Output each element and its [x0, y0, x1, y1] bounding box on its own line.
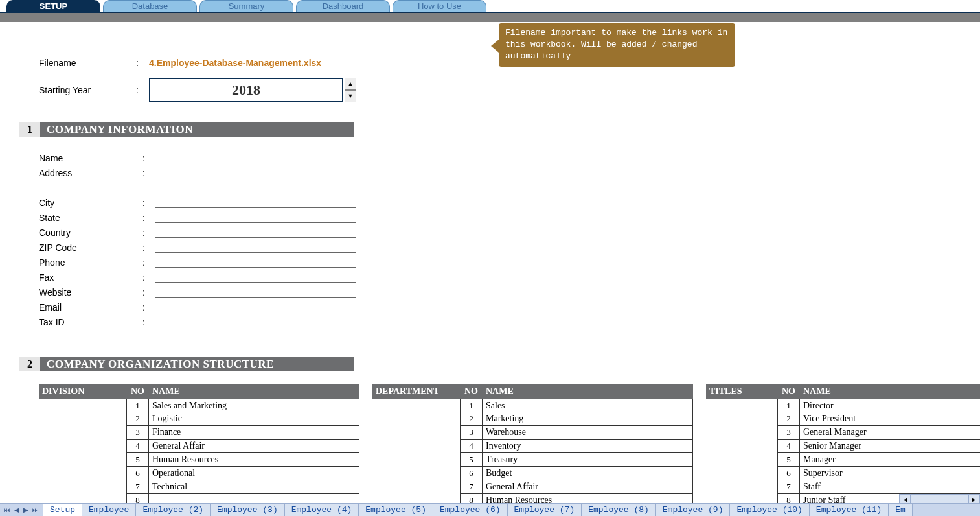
titles-header: TITLES: [706, 386, 777, 397]
table-row: 5Manager: [706, 453, 980, 467]
table-row: 4General Affair: [39, 440, 359, 453]
state-input[interactable]: [155, 211, 356, 223]
website-input[interactable]: [155, 286, 356, 298]
sheet-nav-buttons: ⏮ ◀ ▶ ⏭: [0, 504, 43, 516]
prev-sheet-icon[interactable]: ◀: [13, 506, 21, 513]
field-label: Address: [39, 168, 142, 178]
sheet-tab-employee-11[interactable]: Employee (11): [810, 504, 889, 516]
row-name[interactable]: Warehouse: [483, 426, 693, 440]
row-name[interactable]: Technical: [149, 480, 359, 494]
tab-database[interactable]: Database: [103, 0, 197, 12]
row-name[interactable]: Logistic: [149, 412, 359, 426]
sheet-tab-setup[interactable]: Setup: [43, 504, 82, 516]
section-1-number: 1: [19, 122, 40, 137]
last-sheet-icon[interactable]: ⏭: [31, 506, 40, 513]
email-input[interactable]: [155, 301, 356, 312]
field-label: Website: [39, 287, 142, 298]
sheet-tab-employee-3[interactable]: Employee (3): [211, 504, 285, 516]
row-no: 6: [460, 467, 483, 480]
phone-input[interactable]: [155, 256, 356, 268]
row-no: 3: [460, 426, 483, 440]
first-sheet-icon[interactable]: ⏮: [3, 506, 12, 513]
table-row: 2Logistic: [39, 412, 359, 426]
sheet-tab-employee-6[interactable]: Employee (6): [433, 504, 508, 516]
sheet-tab-employee-8[interactable]: Employee (8): [582, 504, 656, 516]
section-1-title: COMPANY INFORMATION: [40, 122, 354, 137]
row-name[interactable]: Supervisor: [800, 467, 980, 480]
row-no: 7: [460, 480, 483, 494]
row-name[interactable]: Sales and Marketing: [149, 399, 359, 412]
tab-summary[interactable]: Summary: [199, 0, 293, 12]
table-row: 4Senior Manager: [706, 440, 980, 453]
row-name[interactable]: Finance: [149, 426, 359, 440]
row-name[interactable]: Sales: [483, 399, 693, 412]
filename-label: Filename: [39, 58, 136, 68]
table-row: 2Vice President: [706, 412, 980, 426]
name-header: NAME: [800, 386, 980, 397]
next-sheet-icon[interactable]: ▶: [22, 506, 30, 513]
sheet-tab-truncated[interactable]: Em: [889, 504, 913, 516]
section-2-number: 2: [19, 357, 40, 371]
row-name[interactable]: Budget: [483, 467, 693, 480]
sheet-tab-employee-9[interactable]: Employee (9): [656, 504, 731, 516]
address2-input[interactable]: [155, 182, 356, 193]
spinner-up-button[interactable]: ▲: [345, 78, 356, 90]
row-no: 4: [777, 440, 800, 453]
table-row: 7Technical: [39, 480, 359, 494]
top-nav-tabs: SETUP Database Summary Dashboard How to …: [0, 0, 980, 13]
row-name[interactable]: Director: [800, 399, 980, 412]
row-name[interactable]: General Manager: [800, 426, 980, 440]
row-name[interactable]: Manager: [800, 453, 980, 467]
sheet-tab-employee-7[interactable]: Employee (7): [508, 504, 582, 516]
tab-setup[interactable]: SETUP: [6, 0, 100, 12]
row-name[interactable]: Marketing: [483, 412, 693, 426]
city-input[interactable]: [155, 196, 356, 208]
name-input[interactable]: [155, 152, 356, 163]
row-no: 1: [460, 399, 483, 412]
fax-input[interactable]: [155, 271, 356, 283]
row-name[interactable]: General Affair: [483, 480, 693, 494]
row-no: 5: [460, 453, 483, 467]
sheet-tab-employee-5[interactable]: Employee (5): [359, 504, 433, 516]
table-row: 2Marketing: [372, 412, 693, 426]
tab-howtouse[interactable]: How to Use: [393, 0, 486, 12]
sheet-tab-employee-10[interactable]: Employee (10): [730, 504, 809, 516]
sheet-tab-employee-2[interactable]: Employee (2): [136, 504, 211, 516]
row-no: 2: [777, 412, 800, 426]
table-row: 3Finance: [39, 426, 359, 440]
row-name[interactable]: General Affair: [149, 440, 359, 453]
row-name[interactable]: Treasury: [483, 453, 693, 467]
sheet-tab-employee-4[interactable]: Employee (4): [285, 504, 359, 516]
starting-year-input[interactable]: 2018: [149, 78, 343, 102]
department-table: DEPARTMENT NO NAME 1Sales 2Marketing 3Wa…: [372, 384, 693, 516]
row-name[interactable]: Operational: [149, 467, 359, 480]
row-name[interactable]: Inventory: [483, 440, 693, 453]
row-no: 3: [126, 426, 149, 440]
company-info-fields: Name: Address: City: State: Country: ZIP…: [19, 150, 961, 327]
address-input[interactable]: [155, 167, 356, 178]
name-header: NAME: [149, 386, 359, 397]
sheet-tab-employee[interactable]: Employee: [82, 504, 136, 516]
field-label: Fax: [39, 272, 142, 283]
row-name[interactable]: Staff: [800, 480, 980, 494]
table-row: 4Inventory: [372, 440, 693, 453]
row-name[interactable]: Vice President: [800, 412, 980, 426]
zip-input[interactable]: [155, 241, 356, 253]
row-no: 5: [126, 453, 149, 467]
country-input[interactable]: [155, 226, 356, 238]
row-no: 6: [777, 467, 800, 480]
tab-dashboard[interactable]: Dashboard: [296, 0, 390, 12]
taxid-input[interactable]: [155, 316, 356, 327]
table-row: 5Human Resources: [39, 453, 359, 467]
field-label: Tax ID: [39, 317, 142, 327]
spinner-down-button[interactable]: ▼: [345, 90, 356, 102]
field-label: Email: [39, 302, 142, 312]
table-row: 3Warehouse: [372, 426, 693, 440]
field-label: ZIP Code: [39, 242, 142, 253]
row-name[interactable]: Human Resources: [149, 453, 359, 467]
row-name[interactable]: Senior Manager: [800, 440, 980, 453]
filename-tooltip: Filename important to make the links wor…: [499, 23, 735, 67]
table-row: 6Budget: [372, 467, 693, 480]
filename-value: 4.Employee-Database-Management.xlsx: [149, 58, 321, 68]
row-no: 5: [777, 453, 800, 467]
